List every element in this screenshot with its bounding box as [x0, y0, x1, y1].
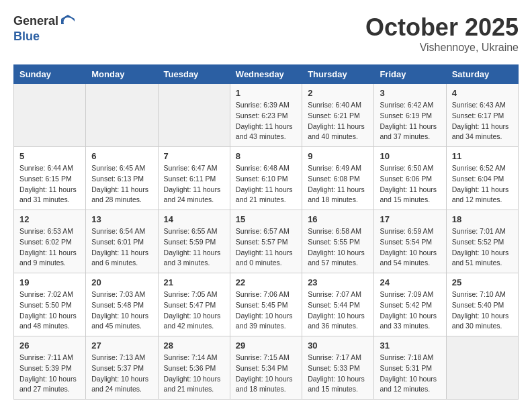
calendar-day-cell: 8Sunrise: 6:48 AM Sunset: 6:10 PM Daylig… — [230, 147, 302, 210]
day-number: 2 — [308, 88, 368, 98]
day-number: 7 — [164, 151, 224, 161]
calendar-weekday-header: Thursday — [302, 65, 374, 84]
calendar-day-cell: 7Sunrise: 6:47 AM Sunset: 6:11 PM Daylig… — [158, 147, 230, 210]
day-number: 23 — [308, 277, 368, 287]
calendar-day-cell: 15Sunrise: 6:57 AM Sunset: 5:57 PM Dayli… — [230, 210, 302, 273]
day-number: 18 — [452, 214, 513, 224]
day-number: 4 — [452, 88, 513, 98]
calendar-week-row: 1Sunrise: 6:39 AM Sunset: 6:23 PM Daylig… — [14, 84, 519, 147]
calendar-day-cell: 20Sunrise: 7:03 AM Sunset: 5:48 PM Dayli… — [86, 273, 158, 336]
day-info: Sunrise: 7:07 AM Sunset: 5:44 PM Dayligh… — [308, 289, 368, 332]
calendar-day-cell: 31Sunrise: 7:18 AM Sunset: 5:31 PM Dayli… — [374, 336, 446, 400]
calendar-weekday-header: Monday — [86, 65, 158, 84]
day-info: Sunrise: 6:39 AM Sunset: 6:23 PM Dayligh… — [236, 100, 296, 142]
calendar-day-cell: 21Sunrise: 7:05 AM Sunset: 5:47 PM Dayli… — [158, 273, 230, 336]
calendar-day-cell: 5Sunrise: 6:44 AM Sunset: 6:15 PM Daylig… — [14, 147, 86, 210]
day-number: 9 — [308, 151, 368, 161]
day-number: 10 — [380, 151, 440, 161]
calendar-day-cell: 6Sunrise: 6:45 AM Sunset: 6:13 PM Daylig… — [86, 147, 158, 210]
logo-blue-text: Blue — [13, 30, 76, 44]
day-number: 26 — [19, 340, 80, 351]
calendar-day-cell: 27Sunrise: 7:13 AM Sunset: 5:37 PM Dayli… — [86, 336, 158, 400]
day-info: Sunrise: 6:57 AM Sunset: 5:57 PM Dayligh… — [236, 226, 296, 269]
calendar-day-cell: 28Sunrise: 7:14 AM Sunset: 5:36 PM Dayli… — [158, 336, 230, 400]
day-number: 22 — [236, 277, 296, 287]
day-info: Sunrise: 6:48 AM Sunset: 6:10 PM Dayligh… — [236, 163, 296, 205]
logo-icon — [60, 13, 76, 30]
day-info: Sunrise: 6:55 AM Sunset: 5:59 PM Dayligh… — [164, 226, 224, 269]
calendar-day-cell — [158, 84, 230, 147]
calendar-day-cell: 9Sunrise: 6:49 AM Sunset: 6:08 PM Daylig… — [302, 147, 374, 210]
day-info: Sunrise: 6:54 AM Sunset: 6:01 PM Dayligh… — [91, 226, 152, 269]
calendar-day-cell: 10Sunrise: 6:50 AM Sunset: 6:06 PM Dayli… — [374, 147, 446, 210]
day-number: 13 — [91, 214, 152, 224]
day-number: 25 — [452, 277, 513, 287]
day-info: Sunrise: 6:53 AM Sunset: 6:02 PM Dayligh… — [19, 226, 80, 269]
day-number: 28 — [164, 340, 224, 351]
calendar-weekday-header: Saturday — [446, 65, 518, 84]
calendar-day-cell: 29Sunrise: 7:15 AM Sunset: 5:34 PM Dayli… — [230, 336, 302, 400]
day-info: Sunrise: 7:11 AM Sunset: 5:39 PM Dayligh… — [19, 353, 80, 395]
calendar-day-cell: 24Sunrise: 7:09 AM Sunset: 5:42 PM Dayli… — [374, 273, 446, 336]
day-number: 17 — [380, 214, 440, 224]
day-number: 16 — [308, 214, 368, 224]
page-header: General Blue October 2025 Vishennoye, Uk… — [13, 13, 519, 54]
calendar-week-row: 5Sunrise: 6:44 AM Sunset: 6:15 PM Daylig… — [14, 147, 519, 210]
day-info: Sunrise: 6:58 AM Sunset: 5:55 PM Dayligh… — [308, 226, 368, 269]
calendar-day-cell: 1Sunrise: 6:39 AM Sunset: 6:23 PM Daylig… — [230, 84, 302, 147]
calendar-day-cell: 23Sunrise: 7:07 AM Sunset: 5:44 PM Dayli… — [302, 273, 374, 336]
day-info: Sunrise: 7:06 AM Sunset: 5:45 PM Dayligh… — [236, 289, 296, 332]
day-info: Sunrise: 7:13 AM Sunset: 5:37 PM Dayligh… — [91, 353, 152, 395]
day-number: 5 — [19, 151, 80, 161]
calendar-table: SundayMondayTuesdayWednesdayThursdayFrid… — [13, 64, 519, 400]
day-number: 19 — [19, 277, 80, 287]
day-info: Sunrise: 6:50 AM Sunset: 6:06 PM Dayligh… — [380, 163, 440, 205]
day-info: Sunrise: 7:02 AM Sunset: 5:50 PM Dayligh… — [19, 289, 80, 332]
day-info: Sunrise: 6:43 AM Sunset: 6:17 PM Dayligh… — [452, 100, 513, 142]
calendar-day-cell: 30Sunrise: 7:17 AM Sunset: 5:33 PM Dayli… — [302, 336, 374, 400]
day-number: 1 — [236, 88, 296, 98]
title-section: October 2025 Vishennoye, Ukraine — [365, 13, 519, 54]
calendar-weekday-header: Sunday — [14, 65, 86, 84]
location: Vishennoye, Ukraine — [365, 42, 519, 54]
day-number: 15 — [236, 214, 296, 224]
day-number: 31 — [380, 340, 440, 351]
calendar-day-cell: 25Sunrise: 7:10 AM Sunset: 5:40 PM Dayli… — [446, 273, 518, 336]
calendar-week-row: 26Sunrise: 7:11 AM Sunset: 5:39 PM Dayli… — [14, 336, 519, 400]
day-info: Sunrise: 7:05 AM Sunset: 5:47 PM Dayligh… — [164, 289, 224, 332]
calendar-day-cell: 18Sunrise: 7:01 AM Sunset: 5:52 PM Dayli… — [446, 210, 518, 273]
day-number: 20 — [91, 277, 152, 287]
day-info: Sunrise: 7:18 AM Sunset: 5:31 PM Dayligh… — [380, 353, 440, 395]
calendar-weekday-header: Friday — [374, 65, 446, 84]
day-info: Sunrise: 7:10 AM Sunset: 5:40 PM Dayligh… — [452, 289, 513, 332]
day-number: 8 — [236, 151, 296, 161]
month-title: October 2025 — [365, 13, 519, 42]
day-info: Sunrise: 6:44 AM Sunset: 6:15 PM Dayligh… — [19, 163, 80, 205]
calendar-day-cell — [86, 84, 158, 147]
day-info: Sunrise: 6:52 AM Sunset: 6:04 PM Dayligh… — [452, 163, 513, 205]
calendar-day-cell — [14, 84, 86, 147]
day-number: 11 — [452, 151, 513, 161]
calendar-day-cell: 22Sunrise: 7:06 AM Sunset: 5:45 PM Dayli… — [230, 273, 302, 336]
day-info: Sunrise: 6:49 AM Sunset: 6:08 PM Dayligh… — [308, 163, 368, 205]
day-info: Sunrise: 6:45 AM Sunset: 6:13 PM Dayligh… — [91, 163, 152, 205]
day-number: 6 — [91, 151, 152, 161]
calendar-day-cell — [446, 336, 518, 400]
logo-general-text: General — [13, 14, 58, 29]
day-info: Sunrise: 6:40 AM Sunset: 6:21 PM Dayligh… — [308, 100, 368, 142]
calendar-day-cell: 13Sunrise: 6:54 AM Sunset: 6:01 PM Dayli… — [86, 210, 158, 273]
day-number: 27 — [91, 340, 152, 351]
day-number: 14 — [164, 214, 224, 224]
calendar-day-cell: 11Sunrise: 6:52 AM Sunset: 6:04 PM Dayli… — [446, 147, 518, 210]
calendar-header-row: SundayMondayTuesdayWednesdayThursdayFrid… — [14, 65, 519, 84]
day-number: 24 — [380, 277, 440, 287]
calendar-week-row: 12Sunrise: 6:53 AM Sunset: 6:02 PM Dayli… — [14, 210, 519, 273]
calendar-day-cell: 17Sunrise: 6:59 AM Sunset: 5:54 PM Dayli… — [374, 210, 446, 273]
day-info: Sunrise: 7:14 AM Sunset: 5:36 PM Dayligh… — [164, 353, 224, 395]
calendar-day-cell: 2Sunrise: 6:40 AM Sunset: 6:21 PM Daylig… — [302, 84, 374, 147]
calendar-day-cell: 19Sunrise: 7:02 AM Sunset: 5:50 PM Dayli… — [14, 273, 86, 336]
day-info: Sunrise: 7:03 AM Sunset: 5:48 PM Dayligh… — [91, 289, 152, 332]
day-info: Sunrise: 7:01 AM Sunset: 5:52 PM Dayligh… — [452, 226, 513, 269]
logo: General Blue — [13, 13, 76, 44]
calendar-day-cell: 26Sunrise: 7:11 AM Sunset: 5:39 PM Dayli… — [14, 336, 86, 400]
